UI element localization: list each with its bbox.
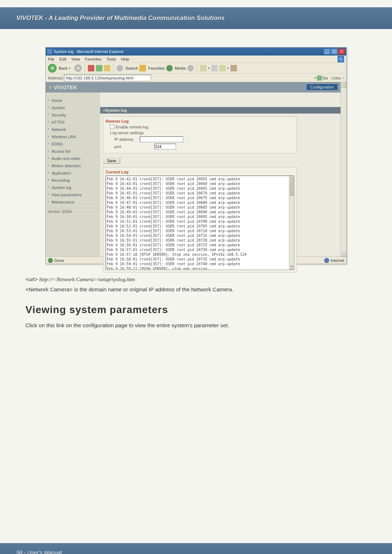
favorites-icon[interactable] xyxy=(139,65,146,71)
ie-logo-icon xyxy=(338,56,344,62)
address-bar: Address ▾ Go Links » xyxy=(46,74,346,82)
address-dropdown-icon[interactable]: ▾ xyxy=(314,76,316,80)
back-button[interactable] xyxy=(48,64,57,73)
scroll-thumb[interactable] xyxy=(289,181,294,196)
forward-button[interactable] xyxy=(74,65,82,72)
close-button[interactable]: × xyxy=(338,49,345,54)
scroll-up-icon[interactable]: ▴ xyxy=(289,176,294,181)
go-label: Go xyxy=(323,76,328,80)
ie-window: System log - Microsoft Internet Explorer… xyxy=(45,47,347,264)
nav-security[interactable]: Security xyxy=(46,111,100,119)
minimize-button[interactable]: _ xyxy=(324,49,330,54)
nav-audio-video[interactable]: Audio and video xyxy=(46,155,100,162)
media-label: Media xyxy=(175,66,186,70)
log-line: Feb 9 16:50:01 crond[357]: USER root pid… xyxy=(107,214,293,219)
config-badge: Configuration xyxy=(307,84,338,90)
version-label: Version: 0200e xyxy=(46,210,100,214)
enable-remote-checkbox[interactable] xyxy=(110,125,114,129)
search-label: Search xyxy=(125,66,138,70)
log-line: Feb 9 16:49:01 crond[357]: USER root pid… xyxy=(107,210,293,214)
nav-maintenance[interactable]: Maintenance xyxy=(46,198,100,206)
log-server-settings-label: Log server settings xyxy=(110,131,294,135)
nav-access-list[interactable]: Access list xyxy=(46,148,100,155)
save-button[interactable]: Save xyxy=(103,158,120,164)
print-icon[interactable] xyxy=(211,65,218,71)
menu-favorites[interactable]: Favorites xyxy=(85,57,101,61)
page-scroll-down-icon[interactable] xyxy=(341,251,347,257)
separator xyxy=(113,64,114,72)
refresh-icon[interactable] xyxy=(96,65,102,71)
window-title: System log - Microsoft Internet Explorer xyxy=(54,49,324,54)
log-line: Feb 9 16:47:01 crond[357]: USER root pid… xyxy=(107,200,293,205)
log-line: Feb 9 16:42:01 crond[357]: USER root pid… xyxy=(107,177,293,181)
maximize-button[interactable]: □ xyxy=(331,49,338,54)
port-input[interactable] xyxy=(154,144,176,149)
logo-text: VIVOTEK xyxy=(54,85,77,90)
nav-system-log[interactable]: System log xyxy=(46,184,100,191)
nav-wireless-lan[interactable]: Wireless LAN xyxy=(46,133,100,140)
page-scrollbar[interactable] xyxy=(340,82,346,257)
nav-recording[interactable]: Recording xyxy=(46,177,100,184)
log-line: Feb 9 16:43:01 crond[357]: USER root pid… xyxy=(107,181,293,186)
menu-help[interactable]: Help xyxy=(121,57,129,61)
log-line: Feb 9 16:56:01 crond[357]: USER root pid… xyxy=(107,243,293,247)
port-label: port xyxy=(114,144,140,149)
stop-icon[interactable] xyxy=(88,65,94,71)
page-scroll-up-icon[interactable] xyxy=(341,82,346,87)
doc-footer: 58 - User's Manual xyxy=(0,543,392,554)
nav-system[interactable]: System xyxy=(46,104,100,111)
menu-view[interactable]: View xyxy=(72,57,80,61)
nav-application[interactable]: Application xyxy=(46,169,100,177)
log-line: Feb 9 16:55:01 crond[357]: USER root pid… xyxy=(107,238,293,243)
log-line: Feb 9 16:54:01 crond[357]: USER root pid… xyxy=(107,233,293,238)
go-icon[interactable] xyxy=(317,75,322,81)
current-log-panel: Current Log Feb 9 16:42:01 crond[357]: U… xyxy=(103,167,297,272)
search-icon[interactable] xyxy=(117,65,123,71)
log-line: Feb 9 16:59:01 crond[357]: USER root pid… xyxy=(107,262,293,266)
address-input[interactable] xyxy=(64,75,151,81)
internet-zone-icon xyxy=(324,258,329,263)
edit-dropdown-icon[interactable]: ▾ xyxy=(227,66,229,70)
enable-remote-label: Enable remote log xyxy=(116,125,148,129)
current-log-title: Current Log xyxy=(106,170,294,174)
discuss-icon[interactable] xyxy=(230,65,237,71)
media-icon[interactable] xyxy=(166,65,173,71)
home-icon[interactable] xyxy=(104,65,110,71)
log-line: Feb 9 16:53:01 crond[357]: USER root pid… xyxy=(107,229,293,233)
url-note: <Network Camera> is the domain name or o… xyxy=(25,285,370,294)
menu-file[interactable]: File xyxy=(48,57,54,61)
nav-https[interactable]: HTTPS xyxy=(46,119,100,126)
log-line: Feb 9 16:57:18 [RTSP SERVER]: Stop one s… xyxy=(107,252,293,257)
mail-icon[interactable] xyxy=(200,65,207,71)
log-textarea[interactable]: Feb 9 16:42:01 crond[357]: USER root pid… xyxy=(106,176,294,270)
section-header: >System log xyxy=(100,107,340,114)
links-chevron-icon[interactable]: » xyxy=(342,76,344,80)
history-icon[interactable] xyxy=(187,65,194,71)
mail-dropdown-icon[interactable]: ▾ xyxy=(208,66,210,70)
edit-icon[interactable] xyxy=(219,65,226,71)
log-line: Feb 9 16:48:01 crond[357]: USER root pid… xyxy=(107,205,293,210)
app-logo: Y VIVOTEK xyxy=(46,82,100,93)
links-label[interactable]: Links xyxy=(331,76,341,80)
menu-tools[interactable]: Tools xyxy=(107,57,116,61)
menu-bar: File Edit View Favorites Tools Help xyxy=(46,56,346,63)
main-content: Configuration >System log Remote Log Ena… xyxy=(100,82,340,257)
url-line: <url> http://<Network Camera>/setup/sysl… xyxy=(25,275,370,284)
log-line: Feb 9 16:52:01 crond[357]: USER root pid… xyxy=(107,224,293,229)
nav-view-parameters[interactable]: View parameters xyxy=(46,191,100,198)
ip-address-label: IP address xyxy=(114,137,140,141)
log-scrollbar[interactable]: ▴ ▾ xyxy=(289,176,294,270)
banner-text: VIVOTEK - A Leading Provider of Multimed… xyxy=(16,15,225,22)
back-dropdown-icon[interactable]: ▾ xyxy=(69,66,71,70)
separator xyxy=(197,64,197,72)
url-prefix: <url> xyxy=(25,276,39,282)
nav-ddns[interactable]: DDNS xyxy=(46,140,100,148)
nav-network[interactable]: Network xyxy=(46,126,100,133)
nav-motion-detection[interactable]: Motion detection xyxy=(46,162,100,169)
remote-log-title: Remote Log xyxy=(106,119,294,123)
menu-edit[interactable]: Edit xyxy=(60,57,66,61)
scroll-down-icon[interactable]: ▾ xyxy=(289,264,294,270)
nav-home[interactable]: Home xyxy=(46,97,100,104)
ip-address-input[interactable] xyxy=(140,136,183,142)
log-line: Feb 9 16:57:01 crond[357]: USER root pid… xyxy=(107,247,293,252)
